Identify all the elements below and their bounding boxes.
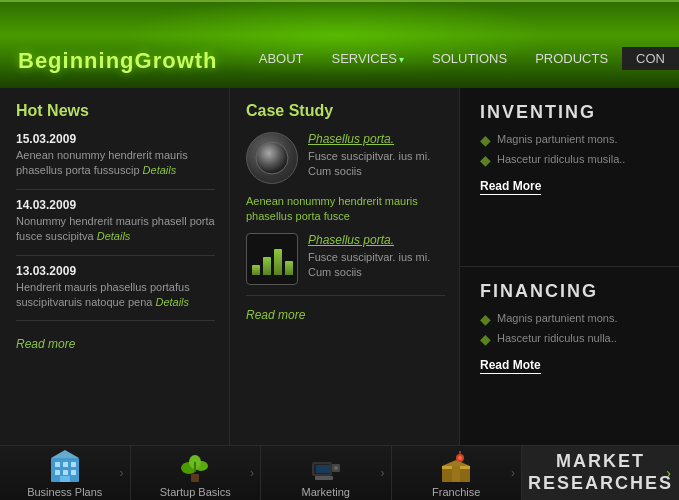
svg-point-0 xyxy=(256,142,288,174)
svg-rect-2 xyxy=(55,462,60,467)
nav-con[interactable]: CON xyxy=(622,47,679,70)
bottom-label-startup-basics: Startup Basics xyxy=(160,486,231,498)
case-item-1: Phasellus porta. Fusce suscipitvar. ius … xyxy=(246,132,445,184)
bottom-arrow-3: › xyxy=(381,466,385,480)
svg-marker-9 xyxy=(51,450,79,458)
aenean-link[interactable]: Aenean nonummy hendrerit mauris phasellu… xyxy=(246,194,445,225)
divider-1 xyxy=(16,189,215,190)
plant-svg xyxy=(177,448,213,484)
aenean-link-row: Aenean nonummy hendrerit mauris phasellu… xyxy=(246,194,445,225)
svg-rect-3 xyxy=(63,462,68,467)
financing-bullet-1: ◆ Magnis partunient mons. xyxy=(480,312,663,326)
news-text-3: Hendrerit mauris phasellus portafus susc… xyxy=(16,280,215,311)
svg-point-18 xyxy=(334,466,338,470)
financing-bullet-2: ◆ Hascetur ridiculus nulla.. xyxy=(480,332,663,346)
svg-rect-6 xyxy=(63,470,68,475)
case-content-2: Phasellus porta. Fusce suscipitvar. ius … xyxy=(308,233,445,281)
news-details-link-3[interactable]: Details xyxy=(155,296,189,308)
bar-2 xyxy=(263,257,271,275)
financing-read-more[interactable]: Read Mote xyxy=(480,358,541,374)
bullet-dot-icon-4: ◆ xyxy=(480,332,491,346)
bottom-item-franchise[interactable]: Franchise › xyxy=(392,446,523,500)
building-icon xyxy=(47,448,83,484)
bottom-item-marketing[interactable]: Marketing › xyxy=(261,446,392,500)
news-text-1: Aenean nonummy hendrerit mauris phasellu… xyxy=(16,148,215,179)
hot-news-panel: Hot News 15.03.2009 Aenean nonummy hendr… xyxy=(0,88,230,445)
inventing-section: INVENTING ◆ Magnis partunient mons. ◆ Ha… xyxy=(460,88,679,267)
svg-rect-4 xyxy=(71,462,76,467)
svg-rect-7 xyxy=(71,470,76,475)
divider-2 xyxy=(16,255,215,256)
bar-chart xyxy=(248,239,297,279)
case-item-2: Phasellus porta. Fusce suscipitvar. ius … xyxy=(246,233,445,285)
inventing-heading: INVENTING xyxy=(480,102,663,123)
bullet-dot-icon: ◆ xyxy=(480,133,491,147)
case-title-2[interactable]: Phasellus porta. xyxy=(308,233,445,247)
bottom-arrow-1: › xyxy=(120,466,124,480)
news-item-1: 15.03.2009 Aenean nonummy hendrerit maur… xyxy=(16,132,215,179)
svg-rect-24 xyxy=(452,466,460,482)
nav-about[interactable]: ABOUT xyxy=(245,47,318,70)
phone-svg xyxy=(308,448,344,484)
bottom-label-marketing: Marketing xyxy=(302,486,350,498)
case-content-1: Phasellus porta. Fusce suscipitvar. ius … xyxy=(308,132,445,180)
case-title-1[interactable]: Phasellus porta. xyxy=(308,132,445,146)
nav-products[interactable]: PRODUCTS xyxy=(521,47,622,70)
bottom-bar: Business Plans › Startup Basics › xyxy=(0,445,679,500)
financing-section: FINANCING ◆ Magnis partunient mons. ◆ Ha… xyxy=(460,267,679,445)
inventing-read-more[interactable]: Read More xyxy=(480,179,541,195)
news-text-2: Nonummy hendrerit mauris phasell porta f… xyxy=(16,214,215,245)
case-read-more[interactable]: Read more xyxy=(246,308,305,322)
case-text-1: Fusce suscipitvar. ius mi. Cum sociis xyxy=(308,149,445,180)
svg-point-26 xyxy=(458,456,462,460)
bottom-arrow-4: › xyxy=(511,466,515,480)
case-icon-bars xyxy=(246,233,298,285)
box-icon xyxy=(438,448,474,484)
svg-rect-19 xyxy=(315,476,333,480)
bullet-dot-icon-3: ◆ xyxy=(480,312,491,326)
market-arrow-icon: › xyxy=(666,465,671,481)
nav-services[interactable]: SERVICES xyxy=(318,47,419,70)
hot-news-read-more[interactable]: Read more xyxy=(16,337,75,351)
financing-heading: FINANCING xyxy=(480,281,663,302)
news-date-3: 13.03.2009 xyxy=(16,264,215,278)
svg-rect-20 xyxy=(316,465,330,473)
nav-solutions[interactable]: SOLUTIONS xyxy=(418,47,521,70)
inventing-bullet-1: ◆ Magnis partunient mons. xyxy=(480,133,663,147)
news-item-2: 14.03.2009 Nonummy hendrerit mauris phas… xyxy=(16,198,215,245)
svg-rect-8 xyxy=(60,476,70,482)
phone-icon xyxy=(308,448,344,484)
bar-1 xyxy=(252,265,260,275)
bottom-label-business-plans: Business Plans xyxy=(27,486,102,498)
news-item-3: 13.03.2009 Hendrerit mauris phasellus po… xyxy=(16,264,215,311)
header: BeginningGrowth ABOUT SERVICES SOLUTIONS… xyxy=(0,0,679,88)
market-text: MARKET RESEARCHES xyxy=(528,451,673,494)
case-study-panel: Case Study Phasellus porta. xyxy=(230,88,460,445)
news-date-2: 14.03.2009 xyxy=(16,198,215,212)
hot-news-title: Hot News xyxy=(16,102,215,120)
case-icon-circle xyxy=(246,132,298,184)
right-panel: INVENTING ◆ Magnis partunient mons. ◆ Ha… xyxy=(460,88,679,445)
bar-4 xyxy=(285,261,293,275)
sphere-icon xyxy=(254,140,290,176)
building-svg xyxy=(47,448,83,484)
svg-rect-10 xyxy=(191,474,199,482)
case-study-title: Case Study xyxy=(246,102,445,120)
divider-3 xyxy=(16,320,215,321)
market-researches-item[interactable]: MARKET RESEARCHES › xyxy=(522,446,679,500)
bottom-label-franchise: Franchise xyxy=(432,486,480,498)
nav: ABOUT SERVICES SOLUTIONS PRODUCTS CON xyxy=(245,47,679,70)
bottom-arrow-2: › xyxy=(250,466,254,480)
inventing-bullet-2: ◆ Hascetur ridiculus musila.. xyxy=(480,153,663,167)
news-details-link-1[interactable]: Details xyxy=(143,164,177,176)
bar-3 xyxy=(274,249,282,275)
bullet-dot-icon-2: ◆ xyxy=(480,153,491,167)
news-date-1: 15.03.2009 xyxy=(16,132,215,146)
case-text-2: Fusce suscipitvar. ius mi. Cum sociis xyxy=(308,250,445,281)
news-details-link-2[interactable]: Details xyxy=(97,230,131,242)
main-content: Hot News 15.03.2009 Aenean nonummy hendr… xyxy=(0,88,679,445)
logo: BeginningGrowth xyxy=(18,48,218,74)
svg-rect-5 xyxy=(55,470,60,475)
bottom-item-business-plans[interactable]: Business Plans › xyxy=(0,446,131,500)
bottom-item-startup-basics[interactable]: Startup Basics › xyxy=(131,446,262,500)
